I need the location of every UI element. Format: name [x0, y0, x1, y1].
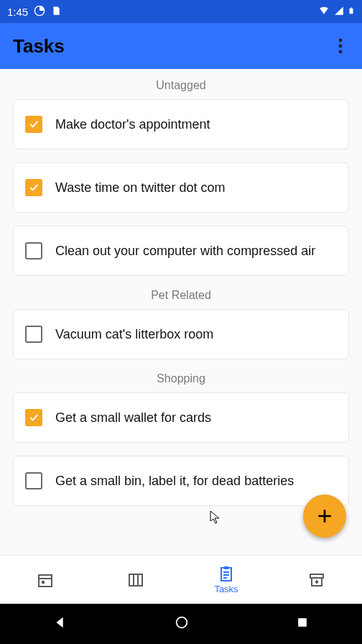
svg-point-19 [177, 617, 187, 628]
checkbox-icon[interactable] [25, 116, 42, 133]
columns-icon [127, 571, 144, 589]
svg-point-4 [339, 45, 343, 48]
android-nav-bar [0, 604, 362, 644]
battery-icon [348, 5, 355, 19]
section-header: Untagged [13, 79, 349, 92]
checkbox-icon[interactable] [25, 326, 42, 343]
bottom-nav: Tasks [0, 555, 362, 604]
svg-point-3 [339, 39, 343, 42]
section-header: Shopping [13, 372, 349, 385]
overflow-menu-button[interactable] [332, 38, 349, 54]
section-header: Pet Related [13, 289, 349, 302]
back-button[interactable] [52, 615, 68, 633]
task-label: Get a small wallet for cards [55, 410, 211, 426]
nav-board[interactable] [90, 556, 181, 604]
status-icon-sd [51, 5, 61, 19]
calendar-icon [37, 571, 54, 589]
checkbox-icon[interactable] [25, 409, 42, 426]
task-item[interactable]: Get a small bin, label it, for dead batt… [13, 456, 349, 506]
app-bar: Tasks [0, 23, 362, 69]
nav-archive[interactable] [272, 556, 362, 604]
archive-icon [308, 571, 325, 589]
wifi-icon [317, 6, 330, 18]
task-label: Clean out your computer with compressed … [55, 244, 315, 259]
add-task-fab[interactable] [303, 494, 346, 538]
plus-icon [315, 507, 334, 525]
svg-point-5 [339, 50, 343, 54]
svg-rect-13 [224, 566, 228, 569]
home-button[interactable] [174, 615, 190, 633]
svg-rect-6 [39, 575, 52, 586]
task-item[interactable]: Make doctor's appointment [13, 99, 349, 150]
checkbox-icon[interactable] [25, 242, 42, 259]
status-icon-circle [34, 5, 45, 19]
svg-rect-20 [298, 618, 307, 627]
nav-tasks[interactable]: Tasks [181, 556, 272, 604]
page-title: Tasks [13, 35, 65, 58]
checkbox-icon[interactable] [25, 472, 42, 489]
task-list[interactable]: Untagged Make doctor's appointment Waste… [0, 69, 362, 555]
signal-icon [333, 6, 345, 18]
clipboard-list-icon [218, 565, 235, 582]
svg-rect-9 [129, 574, 142, 586]
nav-calendar[interactable] [0, 556, 90, 604]
task-item[interactable]: Get a small wallet for cards [13, 392, 349, 443]
svg-rect-2 [351, 7, 352, 8]
task-item[interactable]: Clean out your computer with compressed … [13, 226, 349, 276]
android-status-bar: 1:45 [0, 0, 362, 23]
task-label: Waste time on twitter dot com [55, 180, 225, 196]
status-time: 1:45 [7, 6, 28, 18]
task-label: Vacuum cat's litterbox room [55, 327, 213, 342]
task-label: Get a small bin, label it, for dead batt… [55, 474, 294, 489]
recents-button[interactable] [295, 615, 310, 632]
svg-rect-1 [350, 8, 353, 14]
svg-rect-8 [42, 581, 45, 584]
task-item[interactable]: Vacuum cat's litterbox room [13, 309, 349, 359]
checkbox-icon[interactable] [25, 179, 42, 196]
task-item[interactable]: Waste time on twitter dot com [13, 162, 349, 213]
task-label: Make doctor's appointment [55, 117, 210, 132]
nav-label: Tasks [214, 584, 238, 594]
